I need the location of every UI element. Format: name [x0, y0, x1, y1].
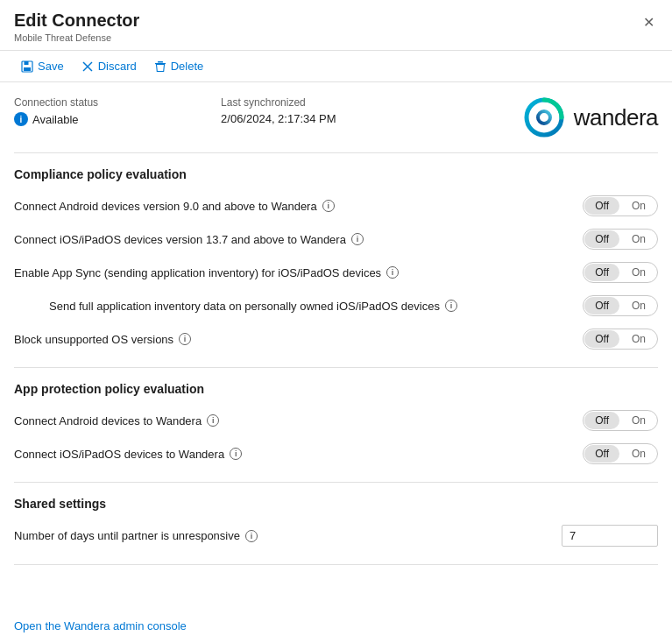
toggle-switch-ios-connect[interactable]: Off On: [583, 229, 658, 250]
info-icon-android-connect[interactable]: i: [322, 200, 335, 212]
toggle-text-app-sync-personal: Send full application inventory data on …: [49, 300, 440, 313]
wandera-logo-icon: [523, 96, 565, 138]
toggle-label-block-os: Block unsupported OS versions i: [14, 333, 569, 346]
toggle-label-app-ios: Connect iOS/iPadOS devices to Wandera i: [14, 448, 569, 461]
divider-1: [14, 367, 658, 368]
sync-label: Last synchronized: [221, 96, 336, 109]
discard-label: Discard: [98, 60, 137, 73]
wandera-admin-link[interactable]: Open the Wandera admin console: [14, 619, 187, 632]
compliance-section: Compliance policy evaluation Connect And…: [14, 167, 658, 350]
info-icon-ios-connect[interactable]: i: [351, 233, 364, 245]
close-button[interactable]: ✕: [640, 11, 658, 34]
toggle-on-ios-connect[interactable]: On: [621, 230, 656, 248]
status-left: Connection status i Available Last synch…: [14, 96, 523, 130]
header-left: Edit Connector Mobile Threat Defense: [14, 11, 139, 43]
days-unresponsive-text: Number of days until partner is unrespon…: [14, 529, 240, 542]
info-icon: i: [14, 112, 28, 126]
toggle-text-block-os: Block unsupported OS versions: [14, 333, 173, 346]
toggle-on-block-os[interactable]: On: [621, 330, 656, 348]
wandera-logo: Open the Wandera admin console wandera: [523, 96, 658, 138]
sync-value: 2/06/2024, 2:17:34 PM: [221, 112, 336, 125]
toggle-switch-block-os[interactable]: Off On: [583, 329, 658, 350]
toggle-text-app-sync: Enable App Sync (sending application inv…: [14, 266, 381, 279]
toggle-label-app-sync-personal: Send full application inventory data on …: [49, 300, 569, 313]
delete-button[interactable]: Delete: [147, 56, 211, 76]
save-label: Save: [38, 60, 64, 73]
info-icon-app-sync-personal[interactable]: i: [445, 300, 457, 312]
toggle-switch-app-sync-personal[interactable]: Off On: [583, 295, 658, 316]
svg-rect-1: [25, 61, 29, 65]
toggle-off-app-sync[interactable]: Off: [584, 264, 619, 281]
save-button[interactable]: Save: [14, 56, 71, 76]
days-unresponsive-label: Number of days until partner is unrespon…: [14, 529, 258, 542]
edit-connector-dialog: Edit Connector Mobile Threat Defense ✕ S…: [0, 0, 672, 643]
discard-button[interactable]: Discard: [74, 56, 144, 76]
toggle-on-android-connect[interactable]: On: [621, 197, 656, 215]
sync-date: 2/06/2024, 2:17:34 PM: [221, 112, 336, 125]
footer: Open the Wandera admin console: [0, 609, 672, 643]
dialog-title: Edit Connector: [14, 11, 139, 31]
info-icon-app-ios[interactable]: i: [230, 448, 242, 460]
toggle-text-app-ios: Connect iOS/iPadOS devices to Wandera: [14, 448, 224, 461]
toggle-switch-app-ios[interactable]: Off On: [583, 443, 658, 464]
status-section: Connection status i Available Last synch…: [14, 96, 658, 153]
toggle-off-android-connect[interactable]: Off: [584, 197, 619, 215]
toggle-off-ios-connect[interactable]: Off: [584, 230, 619, 248]
divider-2: [14, 482, 658, 483]
toggle-on-app-ios[interactable]: On: [621, 445, 656, 463]
svg-rect-5: [158, 61, 163, 63]
toggle-text-android-connect: Connect Android devices version 9.0 and …: [14, 200, 317, 213]
toggle-off-block-os[interactable]: Off: [584, 330, 619, 348]
toggle-row-app-sync-personal: Send full application inventory data on …: [14, 295, 658, 316]
toggle-label-app-android: Connect Android devices to Wandera i: [14, 414, 569, 427]
footer-divider: [14, 564, 658, 565]
toggle-row-ios-connect: Connect iOS/iPadOS devices version 13.7 …: [14, 229, 658, 250]
toggle-row-app-ios: Connect iOS/iPadOS devices to Wandera i …: [14, 443, 658, 464]
delete-label: Delete: [171, 60, 204, 73]
toggle-label-android-connect: Connect Android devices version 9.0 and …: [14, 200, 569, 213]
toggle-label-ios-connect: Connect iOS/iPadOS devices version 13.7 …: [14, 233, 569, 246]
days-unresponsive-input[interactable]: [562, 525, 658, 547]
connection-status-value: i Available: [14, 112, 98, 126]
app-protection-title: App protection policy evaluation: [14, 382, 658, 396]
toggle-row-app-sync: Enable App Sync (sending application inv…: [14, 262, 658, 283]
info-icon-app-android[interactable]: i: [207, 414, 219, 427]
connection-status-col: Connection status i Available: [14, 96, 98, 126]
toggle-text-app-android: Connect Android devices to Wandera: [14, 414, 202, 427]
info-icon-days-unresponsive[interactable]: i: [245, 530, 258, 542]
discard-icon: [81, 60, 94, 73]
sync-status-col: Last synchronized 2/06/2024, 2:17:34 PM: [221, 96, 336, 126]
toggle-switch-android-connect[interactable]: Off On: [583, 195, 658, 216]
toggle-text-ios-connect: Connect iOS/iPadOS devices version 13.7 …: [14, 233, 346, 246]
connection-status-text: Available: [32, 113, 79, 126]
content-area: Connection status i Available Last synch…: [0, 82, 672, 609]
toolbar: Save Discard Delete: [0, 50, 672, 82]
toggle-row-block-os: Block unsupported OS versions i Off On: [14, 329, 658, 350]
delete-icon: [154, 60, 166, 73]
compliance-title: Compliance policy evaluation: [14, 167, 658, 181]
toggle-label-app-sync: Enable App Sync (sending application inv…: [14, 266, 569, 279]
toggle-on-app-android[interactable]: On: [621, 412, 656, 429]
info-icon-block-os[interactable]: i: [179, 333, 191, 345]
toggle-switch-app-sync[interactable]: Off On: [583, 262, 658, 283]
toggle-switch-app-android[interactable]: Off On: [583, 410, 658, 431]
toggle-off-app-ios[interactable]: Off: [584, 445, 619, 463]
toggle-row-android-connect: Connect Android devices version 9.0 and …: [14, 195, 658, 216]
dialog-subtitle: Mobile Threat Defense: [14, 32, 139, 43]
connection-status-label: Connection status: [14, 96, 98, 109]
shared-settings-section: Shared settings Number of days until par…: [14, 497, 658, 547]
toggle-on-app-sync-personal[interactable]: On: [621, 297, 656, 314]
save-icon: [21, 60, 33, 73]
info-icon-app-sync[interactable]: i: [386, 266, 399, 279]
toggle-off-app-android[interactable]: Off: [584, 412, 619, 429]
svg-point-7: [538, 111, 550, 124]
toggle-on-app-sync[interactable]: On: [621, 264, 656, 281]
wandera-brand-text: wandera: [574, 104, 658, 131]
app-protection-section: App protection policy evaluation Connect…: [14, 382, 658, 464]
status-row: Connection status i Available Last synch…: [14, 96, 523, 126]
toggle-row-app-android: Connect Android devices to Wandera i Off…: [14, 410, 658, 431]
days-unresponsive-row: Number of days until partner is unrespon…: [14, 525, 658, 547]
close-icon: ✕: [643, 14, 654, 31]
toggle-off-app-sync-personal[interactable]: Off: [584, 297, 619, 314]
dialog-header: Edit Connector Mobile Threat Defense ✕: [0, 0, 672, 50]
